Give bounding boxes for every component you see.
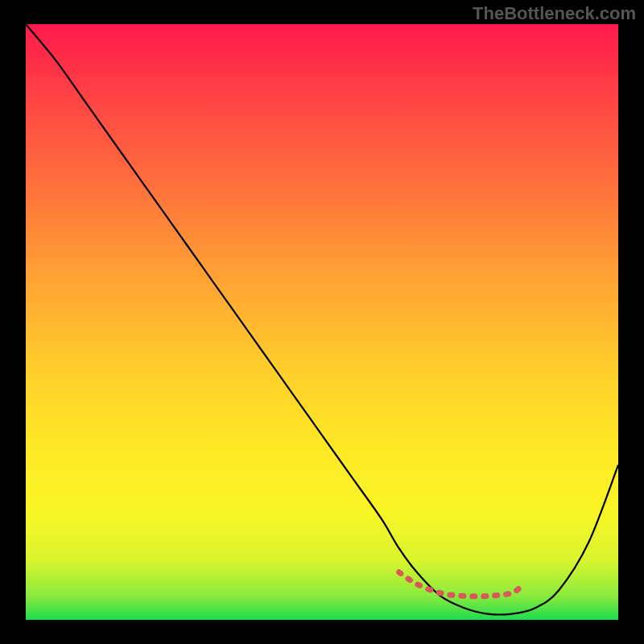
chart-svg bbox=[26, 24, 618, 620]
bottleneck-curve-line bbox=[26, 24, 618, 615]
flat-zone-marker-line bbox=[399, 572, 524, 597]
watermark-text: TheBottleneck.com bbox=[473, 3, 636, 24]
chart-plot-area bbox=[26, 24, 618, 620]
